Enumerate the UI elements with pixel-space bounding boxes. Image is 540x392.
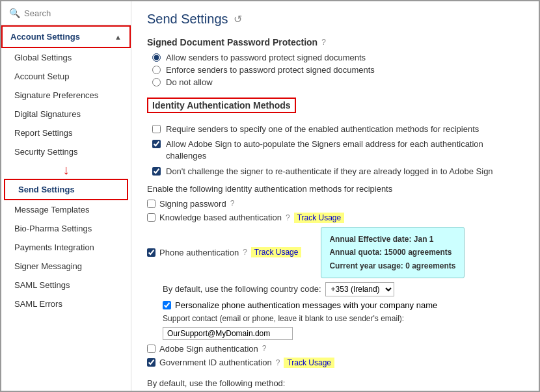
auth-methods-area: Enable the following identity authentica…: [147, 184, 523, 368]
page-title-area: Send Settings ↺: [147, 12, 523, 27]
sidebar-item-payments-integration[interactable]: Payments Integration: [1, 238, 131, 257]
kba-checkbox[interactable]: [147, 213, 155, 222]
phone-auth-checkbox[interactable]: [147, 248, 155, 257]
account-settings-label: Account Settings: [10, 32, 80, 42]
password-donotallow-radio[interactable]: Do not allow: [152, 77, 523, 87]
auth-item-phone: Phone authentication ? Track Usage Annua…: [147, 227, 523, 278]
account-settings-header[interactable]: Account Settings ▲: [3, 27, 129, 47]
password-protection-section: Signed Document Password Protection ? Al…: [147, 37, 523, 87]
search-bar[interactable]: 🔍: [1, 1, 131, 25]
adobe-sign-auth-checkbox[interactable]: [147, 345, 155, 353]
gov-id-track-usage-button[interactable]: Track Usage: [284, 358, 334, 368]
support-contact-input[interactable]: [163, 327, 293, 340]
adobe-sign-help-icon[interactable]: ?: [262, 344, 267, 353]
search-icon: 🔍: [9, 8, 20, 18]
password-enforce-radio[interactable]: Enforce senders to password protect sign…: [152, 65, 523, 75]
default-method-label: By default, use the following method:: [147, 378, 523, 388]
signing-password-checkbox[interactable]: [147, 200, 155, 208]
personalize-checkbox[interactable]: [163, 301, 171, 309]
sidebar-item-biopharma-settings[interactable]: Bio-Pharma Settings: [1, 219, 131, 238]
sidebar-item-global-settings[interactable]: Global Settings: [1, 48, 131, 67]
tooltip-annual-quota: Annual quota: 15000 agreements: [329, 246, 455, 259]
personalize-option: Personalize phone authentication message…: [163, 300, 523, 310]
phone-auth-help-icon[interactable]: ?: [243, 248, 247, 257]
sidebar-item-security-settings[interactable]: Security Settings: [1, 142, 131, 161]
auth-item-kba: Knowledge based authentication ? Track U…: [147, 213, 523, 223]
tooltip-annual-date: Annual Effective date: Jan 1: [329, 233, 455, 246]
password-allow-radio[interactable]: Allow senders to password protect signed…: [152, 53, 523, 62]
signing-password-help-icon[interactable]: ?: [230, 199, 235, 208]
sidebar-item-account-setup[interactable]: Account Setup: [1, 67, 131, 86]
sidebar-item-saml-settings[interactable]: SAML Settings: [1, 276, 131, 294]
password-protection-help-icon[interactable]: ?: [321, 38, 326, 47]
country-code-select[interactable]: +353 (Ireland): [325, 282, 394, 296]
tooltip-current-usage: Current year usage: 0 agreements: [329, 259, 455, 272]
sidebar-item-send-settings[interactable]: Send Settings: [4, 179, 128, 200]
identity-auth-autopopulate-checkbox[interactable]: Allow Adobe Sign to auto-populate the Si…: [152, 138, 523, 162]
default-method-section: By default, use the following method: Go…: [147, 378, 523, 391]
search-input[interactable]: [24, 8, 123, 18]
password-protection-title: Signed Document Password Protection ?: [147, 37, 523, 47]
account-settings-section: Account Settings ▲: [1, 25, 131, 48]
sidebar-item-signature-preferences[interactable]: Signature Preferences: [1, 86, 131, 105]
identity-auth-checkboxes: Require senders to specify one of the en…: [152, 124, 523, 177]
auth-methods-label: Enable the following identity authentica…: [147, 184, 523, 194]
gov-id-auth-checkbox[interactable]: [147, 358, 155, 367]
auth-item-signing-password: Signing password ?: [147, 199, 523, 209]
identity-auth-section: Identity Authentication Methods Require …: [147, 98, 523, 368]
refresh-icon[interactable]: ↺: [234, 13, 242, 25]
support-contact-line: Support contact (email or phone, leave i…: [163, 314, 523, 340]
track-usage-tooltip: Annual Effective date: Jan 1 Annual quot…: [321, 227, 464, 278]
phone-track-usage-button[interactable]: Track Usage: [251, 247, 302, 257]
sidebar-item-message-templates[interactable]: Message Templates: [1, 200, 131, 219]
auth-item-adobe-sign: Adobe Sign authentication ?: [147, 344, 523, 354]
phone-country-option: By default, use the following country co…: [163, 282, 523, 296]
kba-track-usage-button[interactable]: Track Usage: [294, 213, 345, 223]
red-arrow-indicator: ↓: [1, 161, 131, 179]
page-title: Send Settings: [147, 12, 228, 27]
identity-auth-nochallenge-checkbox[interactable]: Don't challenge the signer to re-authent…: [152, 166, 523, 177]
password-protection-options: Allow senders to password protect signed…: [152, 53, 523, 87]
sidebar-item-digital-signatures[interactable]: Digital Signatures: [1, 105, 131, 124]
gov-id-help-icon[interactable]: ?: [276, 358, 280, 367]
identity-auth-title: Identity Authentication Methods: [147, 98, 296, 113]
main-content: Send Settings ↺ Signed Document Password…: [131, 1, 539, 391]
sidebar: 🔍 Account Settings ▲ Global Settings Acc…: [1, 1, 131, 391]
sidebar-item-saml-errors[interactable]: SAML Errors: [1, 294, 131, 313]
sidebar-item-report-settings[interactable]: Report Settings: [1, 124, 131, 142]
auth-item-gov-id: Government ID authentication ? Track Usa…: [147, 358, 523, 368]
sidebar-item-signer-messaging[interactable]: Signer Messaging: [1, 257, 131, 276]
identity-auth-require-checkbox[interactable]: Require senders to specify one of the en…: [152, 124, 523, 135]
kba-help-icon[interactable]: ?: [286, 213, 290, 222]
phone-track-usage-container: Track Usage Annual Effective date: Jan 1…: [251, 227, 465, 278]
chevron-up-icon: ▲: [115, 33, 122, 41]
